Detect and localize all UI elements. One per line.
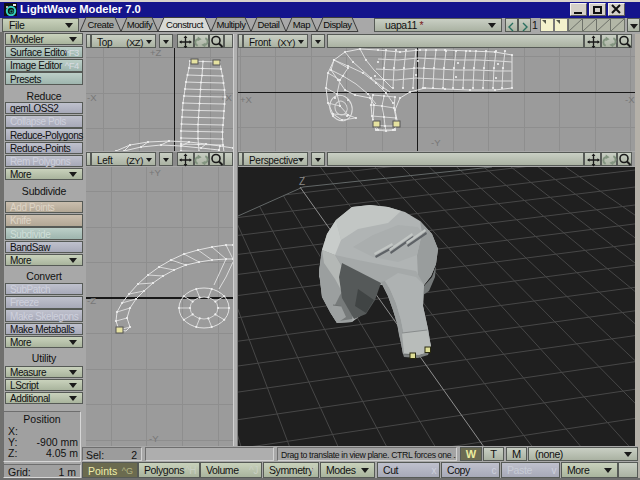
svg-text:Display: Display bbox=[323, 19, 352, 30]
svg-text:-Z: -Z bbox=[87, 295, 96, 306]
svg-text:Detail: Detail bbox=[258, 19, 280, 30]
svg-text:-X: -X bbox=[625, 94, 635, 105]
svg-text:+X: +X bbox=[240, 94, 253, 105]
svg-text:+Z: +Z bbox=[150, 48, 162, 58]
svg-text:-Y: -Y bbox=[431, 137, 441, 148]
svg-text:Map: Map bbox=[293, 19, 310, 30]
svg-text:Multiply: Multiply bbox=[216, 19, 246, 30]
svg-text:+Y: +Y bbox=[149, 167, 162, 178]
svg-text:Modify: Modify bbox=[127, 19, 153, 30]
svg-text:+X: +X bbox=[220, 92, 233, 103]
svg-text:Create: Create bbox=[87, 19, 113, 30]
svg-text:Z: Z bbox=[299, 176, 305, 187]
svg-text:Construct: Construct bbox=[166, 19, 204, 30]
svg-text:-Y: -Y bbox=[149, 433, 159, 444]
svg-text:-X: -X bbox=[87, 92, 97, 103]
